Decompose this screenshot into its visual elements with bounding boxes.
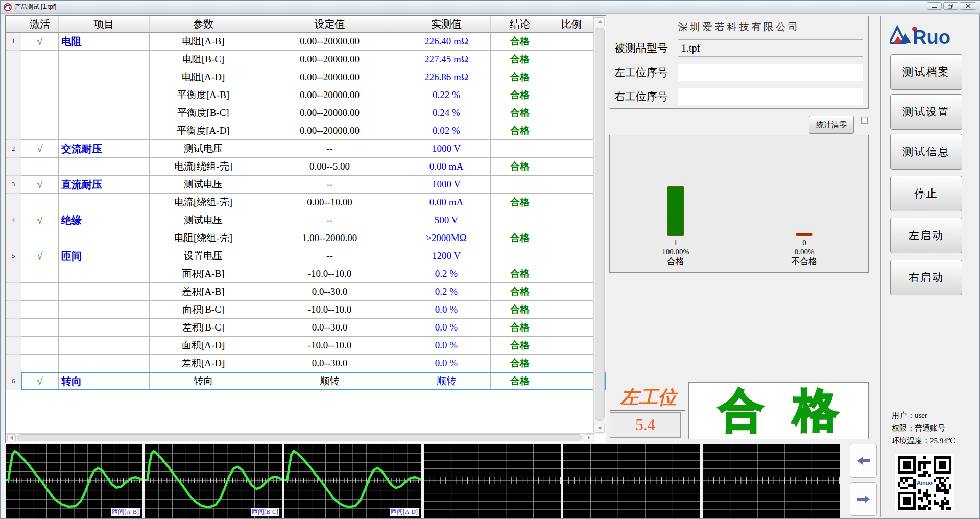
table-cell: √: [21, 140, 59, 158]
table-row[interactable]: 差积[B-C]0.0--30.00.0 %合格: [6, 319, 606, 337]
table-cell: [21, 265, 59, 283]
table-cell: [6, 104, 21, 122]
table-row[interactable]: 5√匝间设置电压--1200 V: [6, 247, 606, 265]
table-cell: [59, 283, 150, 301]
sidebar-button-4[interactable]: 停止: [890, 176, 962, 211]
table-row[interactable]: 电阻[A-D]0.00--20000.00226.86 mΩ合格: [6, 68, 606, 86]
table-cell: 面积[B-C]: [150, 301, 257, 319]
table-cell: 0.00--20000.00: [257, 51, 402, 68]
left-arrow-icon: [856, 456, 871, 466]
table-cell: [491, 211, 549, 229]
scroll-left-button[interactable]: [7, 434, 16, 441]
right-arrow-icon: [856, 494, 871, 504]
table-cell: [59, 355, 150, 372]
statistics-checkbox[interactable]: [861, 117, 868, 124]
table-row[interactable]: 4√绝缘测试电压--500 V: [6, 211, 606, 229]
table-cell: [21, 122, 59, 140]
table-cell: 1000 V: [402, 176, 491, 194]
table-cell: [59, 337, 150, 355]
table-row[interactable]: 1√电阻电阻[A-B]0.00--20000.00226.40 mΩ合格: [6, 33, 606, 51]
table-cell: [549, 194, 594, 211]
scroll-up-icon: [598, 20, 602, 23]
table-cell: 0.00 mA: [402, 158, 491, 176]
waveform-panel-6: [703, 444, 840, 518]
table-row[interactable]: 平衡度[A-D]0.00--20000.000.02 %合格: [6, 122, 606, 140]
table-row[interactable]: 电阻[B-C]0.00--20000.00227.45 mΩ合格: [6, 51, 606, 68]
table-row[interactable]: 电流[绕组-壳]0.00--10.000.00 mA合格: [6, 194, 606, 211]
table-row[interactable]: 平衡度[B-C]0.00--20000.000.24 %合格: [6, 104, 606, 122]
table-row[interactable]: 电阻[绕组-壳]1.00--2000.00>2000MΩ合格: [6, 229, 606, 247]
bar-percent: 100.00%: [640, 247, 711, 256]
table-row[interactable]: 面积[A-D]-10.0--10.00.0 %合格: [6, 337, 606, 355]
minimize-button[interactable]: [927, 2, 942, 10]
scroll-right-button[interactable]: [585, 434, 593, 441]
test-time-value: 5.4: [635, 416, 655, 434]
title-bar[interactable]: 产品测试 [1.tpf]: [1, 1, 980, 14]
table-cell: 合格: [491, 372, 549, 390]
table-cell: [59, 122, 150, 140]
vertical-scrollbar[interactable]: [593, 16, 605, 434]
table-row[interactable]: 差积[A-B]0.0--30.00.2 %合格: [6, 283, 606, 301]
horizontal-scrollbar[interactable]: [6, 433, 594, 442]
close-icon: [966, 4, 971, 8]
table-cell: [549, 211, 594, 229]
sidebar-button-2[interactable]: 测试设置: [890, 94, 962, 130]
table-cell: [6, 229, 21, 247]
table-row[interactable]: 差积[A-D]0.0--30.00.0 %合格: [6, 355, 606, 372]
table-cell: 匝间: [59, 247, 150, 265]
table-cell: [549, 86, 594, 104]
clear-statistics-button[interactable]: 统计清零: [809, 116, 854, 134]
table-row[interactable]: 面积[B-C]-10.0--10.00.0 %合格: [6, 301, 606, 319]
table-cell: 电阻[A-D]: [150, 68, 257, 86]
table-cell: [549, 51, 594, 68]
table-cell: 设置电压: [150, 247, 257, 265]
table-cell: 1.00--2000.00: [257, 229, 402, 247]
app-window: 产品测试 [1.tpf] 激活项目参数设定值实测值结论比例 1√电阻电阻[A-B…: [0, 0, 980, 519]
table-row[interactable]: 平衡度[A-B]0.00--20000.000.22 %合格: [6, 86, 606, 104]
scroll-down-icon: [598, 427, 602, 430]
table-row[interactable]: 2√交流耐压测试电压--1000 V: [6, 140, 606, 158]
bar-count: 0: [769, 238, 840, 247]
table-cell: 顺转: [402, 372, 491, 390]
table-cell: 227.45 mΩ: [402, 51, 491, 68]
scroll-down-button[interactable]: [595, 424, 605, 433]
table-cell: 合格: [491, 86, 549, 104]
right-serial-input[interactable]: [678, 88, 863, 105]
table-cell: 1000 V: [402, 140, 491, 158]
user-info: 用户：user 权限：普通账号 环境温度：25.94℃: [892, 409, 956, 447]
vscroll-thumb[interactable]: [595, 28, 605, 421]
table-cell: [549, 229, 594, 247]
sidebar-button-6[interactable]: 右启动: [890, 260, 962, 295]
restore-button[interactable]: [943, 2, 958, 10]
model-input[interactable]: [678, 39, 863, 57]
sidebar-button-5[interactable]: 左启动: [890, 218, 962, 253]
table-row[interactable]: 面积[A-B]-10.0--10.00.2 %合格: [6, 265, 606, 283]
table-row[interactable]: 3√直流耐压测试电压--1000 V: [6, 176, 606, 194]
header-2: 项目: [59, 16, 150, 33]
table-cell: 平衡度[A-B]: [150, 86, 257, 104]
test-table: 激活项目参数设定值实测值结论比例 1√电阻电阻[A-B]0.00--20000.…: [5, 15, 606, 443]
table-cell: [6, 283, 21, 301]
sidebar-button-1[interactable]: 测试档案: [890, 54, 962, 90]
table-row[interactable]: 6√转向转向顺转顺转合格: [6, 372, 606, 390]
left-serial-input[interactable]: [678, 64, 863, 81]
waveform-prev-button[interactable]: [850, 444, 877, 478]
table-cell: 合格: [491, 355, 549, 372]
sidebar-button-3[interactable]: 测试信息: [890, 134, 962, 170]
table-cell: [549, 265, 594, 283]
waveform-panel-1: 匝间[A-B]: [6, 444, 142, 518]
table-cell: 0.0--30.0: [257, 283, 402, 301]
close-button[interactable]: [960, 2, 976, 10]
waveform-panel-3: 匝间[A-D]: [284, 444, 421, 518]
table-row[interactable]: 电流[绕组-壳]0.00--5.000.00 mA合格: [6, 158, 606, 176]
table-cell: 1200 V: [402, 247, 491, 265]
table-cell: 绝缘: [59, 211, 150, 229]
table-cell: [549, 158, 594, 176]
waveform-next-button[interactable]: [850, 482, 877, 516]
table-cell: 0.2 %: [402, 283, 491, 301]
bar-fail: [796, 233, 813, 236]
hscroll-thumb[interactable]: [17, 434, 582, 441]
scroll-up-button[interactable]: [595, 17, 605, 26]
table-cell: 3: [6, 176, 21, 194]
table-cell: [6, 194, 21, 211]
